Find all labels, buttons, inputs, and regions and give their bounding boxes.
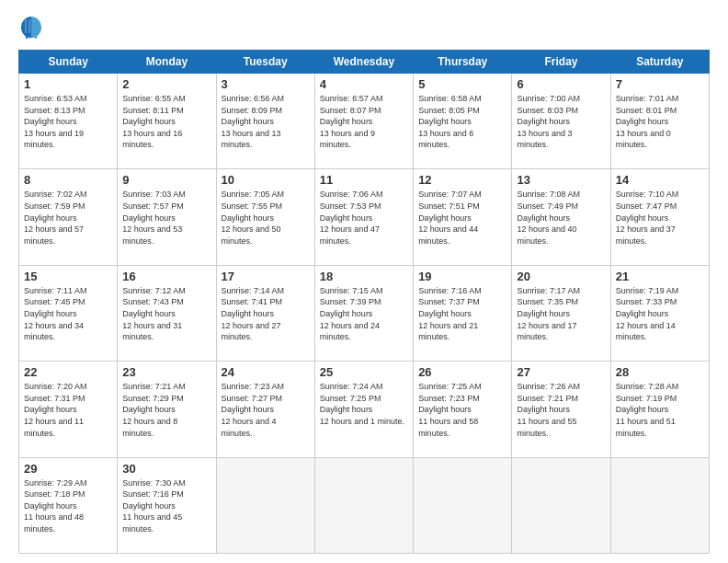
cell-content: Sunrise: 7:16 AMSunset: 7:37 PMDaylight … [418,285,506,343]
calendar-cell: 29 Sunrise: 7:29 AMSunset: 7:18 PMDaylig… [19,457,118,553]
cell-content: Sunrise: 7:28 AMSunset: 7:19 PMDaylight … [616,381,704,439]
day-number: 13 [517,173,605,187]
cell-content: Sunrise: 6:57 AMSunset: 8:07 PMDaylight … [320,93,408,151]
calendar-cell: 14 Sunrise: 7:10 AMSunset: 7:47 PMDaylig… [610,169,709,265]
calendar-cell: 2 Sunrise: 6:55 AMSunset: 8:11 PMDayligh… [118,74,216,169]
cell-content: Sunrise: 6:53 AMSunset: 8:13 PMDaylight … [24,93,112,151]
day-number: 25 [320,365,408,379]
day-number: 4 [320,77,408,91]
day-number: 19 [418,270,506,283]
cell-content: Sunrise: 7:02 AMSunset: 7:59 PMDaylight … [24,189,112,247]
day-number: 6 [517,77,605,91]
header [18,15,710,40]
logo [18,15,46,40]
weekday-monday: Monday [118,51,216,74]
day-number: 5 [418,77,506,91]
calendar-cell: 30 Sunrise: 7:30 AMSunset: 7:16 PMDaylig… [118,457,216,553]
day-number: 8 [24,173,112,187]
calendar-cell: 21 Sunrise: 7:19 AMSunset: 7:33 PMDaylig… [610,265,709,361]
calendar-cell: 17 Sunrise: 7:14 AMSunset: 7:41 PMDaylig… [216,265,314,361]
day-number: 20 [517,270,605,283]
cell-content: Sunrise: 7:20 AMSunset: 7:31 PMDaylight … [24,381,112,439]
cell-content: Sunrise: 7:11 AMSunset: 7:45 PMDaylight … [24,285,112,343]
cell-content: Sunrise: 7:19 AMSunset: 7:33 PMDaylight … [616,285,704,343]
weekday-saturday: Saturday [610,51,709,74]
cell-content: Sunrise: 7:06 AMSunset: 7:53 PMDaylight … [320,189,408,247]
calendar-body: 1 Sunrise: 6:53 AMSunset: 8:13 PMDayligh… [19,74,710,554]
weekday-thursday: Thursday [414,51,512,74]
day-number: 10 [222,173,310,187]
calendar-cell: 22 Sunrise: 7:20 AMSunset: 7:31 PMDaylig… [19,362,118,457]
calendar-cell [414,457,512,553]
calendar-cell [512,457,610,553]
cell-content: Sunrise: 7:05 AMSunset: 7:55 PMDaylight … [222,189,310,247]
cell-content: Sunrise: 6:56 AMSunset: 8:09 PMDaylight … [222,93,310,151]
cell-content: Sunrise: 7:08 AMSunset: 7:49 PMDaylight … [517,189,605,247]
calendar-cell: 16 Sunrise: 7:12 AMSunset: 7:43 PMDaylig… [118,265,216,361]
calendar-week-row: 1 Sunrise: 6:53 AMSunset: 8:13 PMDayligh… [19,74,710,169]
cell-content: Sunrise: 7:01 AMSunset: 8:01 PMDaylight … [616,93,704,151]
calendar-cell: 5 Sunrise: 6:58 AMSunset: 8:05 PMDayligh… [414,74,512,169]
cell-content: Sunrise: 6:55 AMSunset: 8:11 PMDaylight … [122,93,210,151]
calendar-cell: 19 Sunrise: 7:16 AMSunset: 7:37 PMDaylig… [414,265,512,361]
cell-content: Sunrise: 6:58 AMSunset: 8:05 PMDaylight … [418,93,506,151]
cell-content: Sunrise: 7:17 AMSunset: 7:35 PMDaylight … [517,285,605,343]
calendar-cell: 25 Sunrise: 7:24 AMSunset: 7:25 PMDaylig… [314,362,413,457]
day-number: 23 [122,365,210,379]
day-number: 14 [616,173,704,187]
day-number: 18 [320,270,408,283]
calendar-cell: 28 Sunrise: 7:28 AMSunset: 7:19 PMDaylig… [610,362,709,457]
calendar-cell: 7 Sunrise: 7:01 AMSunset: 8:01 PMDayligh… [610,74,709,169]
day-number: 26 [418,365,506,379]
day-number: 2 [122,77,210,91]
calendar-cell: 10 Sunrise: 7:05 AMSunset: 7:55 PMDaylig… [216,169,314,265]
day-number: 1 [24,77,112,91]
calendar-cell: 23 Sunrise: 7:21 AMSunset: 7:29 PMDaylig… [118,362,216,457]
day-number: 21 [616,270,704,283]
cell-content: Sunrise: 7:03 AMSunset: 7:57 PMDaylight … [122,189,210,247]
calendar-cell: 8 Sunrise: 7:02 AMSunset: 7:59 PMDayligh… [19,169,118,265]
calendar-cell: 13 Sunrise: 7:08 AMSunset: 7:49 PMDaylig… [512,169,610,265]
calendar-cell: 6 Sunrise: 7:00 AMSunset: 8:03 PMDayligh… [512,74,610,169]
calendar-week-row: 15 Sunrise: 7:11 AMSunset: 7:45 PMDaylig… [19,265,710,361]
calendar-cell [216,457,314,553]
calendar-cell: 1 Sunrise: 6:53 AMSunset: 8:13 PMDayligh… [19,74,118,169]
cell-content: Sunrise: 7:00 AMSunset: 8:03 PMDaylight … [517,93,605,151]
calendar-week-row: 8 Sunrise: 7:02 AMSunset: 7:59 PMDayligh… [19,169,710,265]
calendar-week-row: 29 Sunrise: 7:29 AMSunset: 7:18 PMDaylig… [19,457,710,553]
day-number: 24 [222,365,310,379]
calendar-cell: 26 Sunrise: 7:25 AMSunset: 7:23 PMDaylig… [414,362,512,457]
calendar-cell: 4 Sunrise: 6:57 AMSunset: 8:07 PMDayligh… [314,74,413,169]
calendar-cell: 20 Sunrise: 7:17 AMSunset: 7:35 PMDaylig… [512,265,610,361]
day-number: 30 [122,462,210,476]
logo-icon [18,15,44,40]
day-number: 12 [418,173,506,187]
day-number: 3 [222,77,310,91]
weekday-tuesday: Tuesday [216,51,314,74]
calendar-table: SundayMondayTuesdayWednesdayThursdayFrid… [18,50,710,554]
day-number: 22 [24,365,112,379]
calendar-cell: 3 Sunrise: 6:56 AMSunset: 8:09 PMDayligh… [216,74,314,169]
calendar-cell: 27 Sunrise: 7:26 AMSunset: 7:21 PMDaylig… [512,362,610,457]
calendar-cell [610,457,709,553]
calendar-cell: 9 Sunrise: 7:03 AMSunset: 7:57 PMDayligh… [118,169,216,265]
cell-content: Sunrise: 7:12 AMSunset: 7:43 PMDaylight … [122,285,210,343]
calendar-week-row: 22 Sunrise: 7:20 AMSunset: 7:31 PMDaylig… [19,362,710,457]
day-number: 9 [122,173,210,187]
day-number: 15 [24,270,112,283]
day-number: 28 [616,365,704,379]
cell-content: Sunrise: 7:23 AMSunset: 7:27 PMDaylight … [222,381,310,439]
weekday-header-row: SundayMondayTuesdayWednesdayThursdayFrid… [19,51,710,74]
weekday-friday: Friday [512,51,610,74]
calendar-cell: 18 Sunrise: 7:15 AMSunset: 7:39 PMDaylig… [314,265,413,361]
weekday-wednesday: Wednesday [314,51,413,74]
calendar-cell: 15 Sunrise: 7:11 AMSunset: 7:45 PMDaylig… [19,265,118,361]
day-number: 16 [122,270,210,283]
day-number: 7 [616,77,704,91]
cell-content: Sunrise: 7:21 AMSunset: 7:29 PMDaylight … [122,381,210,439]
cell-content: Sunrise: 7:25 AMSunset: 7:23 PMDaylight … [418,381,506,439]
day-number: 27 [517,365,605,379]
cell-content: Sunrise: 7:07 AMSunset: 7:51 PMDaylight … [418,189,506,247]
cell-content: Sunrise: 7:24 AMSunset: 7:25 PMDaylight … [320,381,408,427]
calendar-cell: 12 Sunrise: 7:07 AMSunset: 7:51 PMDaylig… [414,169,512,265]
